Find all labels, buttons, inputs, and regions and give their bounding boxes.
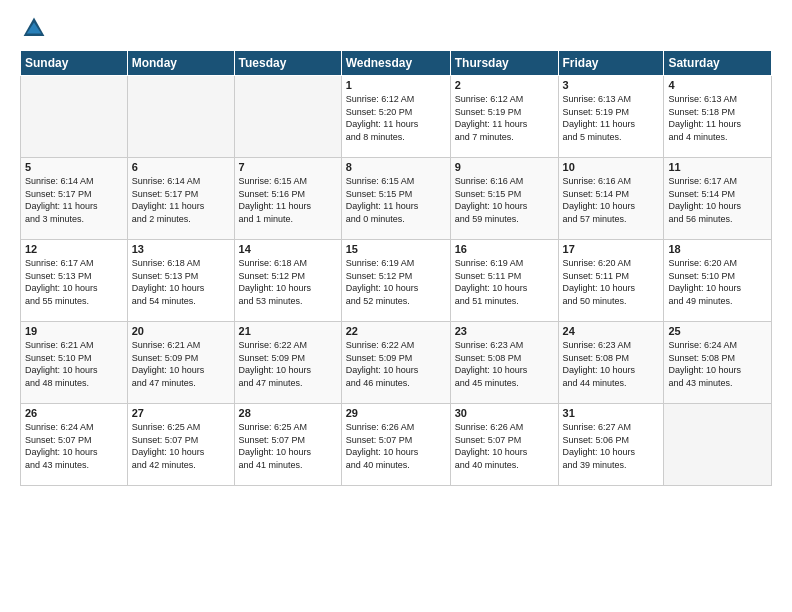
day-number: 2 — [455, 79, 554, 91]
day-number: 17 — [563, 243, 660, 255]
day-number: 1 — [346, 79, 446, 91]
day-info: Sunrise: 6:22 AM Sunset: 5:09 PM Dayligh… — [239, 339, 337, 389]
day-number: 26 — [25, 407, 123, 419]
calendar-cell: 17Sunrise: 6:20 AM Sunset: 5:11 PM Dayli… — [558, 240, 664, 322]
day-info: Sunrise: 6:27 AM Sunset: 5:06 PM Dayligh… — [563, 421, 660, 471]
day-info: Sunrise: 6:25 AM Sunset: 5:07 PM Dayligh… — [132, 421, 230, 471]
weekday-header-row: SundayMondayTuesdayWednesdayThursdayFrid… — [21, 51, 772, 76]
calendar-cell — [664, 404, 772, 486]
day-info: Sunrise: 6:13 AM Sunset: 5:18 PM Dayligh… — [668, 93, 767, 143]
week-row-2: 5Sunrise: 6:14 AM Sunset: 5:17 PM Daylig… — [21, 158, 772, 240]
calendar-cell: 14Sunrise: 6:18 AM Sunset: 5:12 PM Dayli… — [234, 240, 341, 322]
calendar-cell: 6Sunrise: 6:14 AM Sunset: 5:17 PM Daylig… — [127, 158, 234, 240]
day-info: Sunrise: 6:26 AM Sunset: 5:07 PM Dayligh… — [455, 421, 554, 471]
day-info: Sunrise: 6:12 AM Sunset: 5:19 PM Dayligh… — [455, 93, 554, 143]
day-info: Sunrise: 6:12 AM Sunset: 5:20 PM Dayligh… — [346, 93, 446, 143]
day-info: Sunrise: 6:16 AM Sunset: 5:14 PM Dayligh… — [563, 175, 660, 225]
day-number: 21 — [239, 325, 337, 337]
day-number: 31 — [563, 407, 660, 419]
day-number: 30 — [455, 407, 554, 419]
day-number: 15 — [346, 243, 446, 255]
day-number: 14 — [239, 243, 337, 255]
calendar-cell: 20Sunrise: 6:21 AM Sunset: 5:09 PM Dayli… — [127, 322, 234, 404]
weekday-header-wednesday: Wednesday — [341, 51, 450, 76]
calendar-cell: 25Sunrise: 6:24 AM Sunset: 5:08 PM Dayli… — [664, 322, 772, 404]
day-number: 28 — [239, 407, 337, 419]
calendar-cell: 16Sunrise: 6:19 AM Sunset: 5:11 PM Dayli… — [450, 240, 558, 322]
calendar-cell: 2Sunrise: 6:12 AM Sunset: 5:19 PM Daylig… — [450, 76, 558, 158]
calendar-cell: 23Sunrise: 6:23 AM Sunset: 5:08 PM Dayli… — [450, 322, 558, 404]
day-info: Sunrise: 6:15 AM Sunset: 5:16 PM Dayligh… — [239, 175, 337, 225]
day-info: Sunrise: 6:21 AM Sunset: 5:09 PM Dayligh… — [132, 339, 230, 389]
day-number: 7 — [239, 161, 337, 173]
day-info: Sunrise: 6:24 AM Sunset: 5:08 PM Dayligh… — [668, 339, 767, 389]
day-info: Sunrise: 6:15 AM Sunset: 5:15 PM Dayligh… — [346, 175, 446, 225]
day-number: 27 — [132, 407, 230, 419]
calendar-cell: 9Sunrise: 6:16 AM Sunset: 5:15 PM Daylig… — [450, 158, 558, 240]
day-info: Sunrise: 6:17 AM Sunset: 5:13 PM Dayligh… — [25, 257, 123, 307]
calendar-cell: 3Sunrise: 6:13 AM Sunset: 5:19 PM Daylig… — [558, 76, 664, 158]
day-info: Sunrise: 6:18 AM Sunset: 5:13 PM Dayligh… — [132, 257, 230, 307]
calendar-cell: 7Sunrise: 6:15 AM Sunset: 5:16 PM Daylig… — [234, 158, 341, 240]
calendar-cell: 19Sunrise: 6:21 AM Sunset: 5:10 PM Dayli… — [21, 322, 128, 404]
calendar-cell: 22Sunrise: 6:22 AM Sunset: 5:09 PM Dayli… — [341, 322, 450, 404]
day-info: Sunrise: 6:20 AM Sunset: 5:10 PM Dayligh… — [668, 257, 767, 307]
day-info: Sunrise: 6:21 AM Sunset: 5:10 PM Dayligh… — [25, 339, 123, 389]
day-info: Sunrise: 6:19 AM Sunset: 5:11 PM Dayligh… — [455, 257, 554, 307]
calendar-cell: 15Sunrise: 6:19 AM Sunset: 5:12 PM Dayli… — [341, 240, 450, 322]
day-number: 4 — [668, 79, 767, 91]
day-number: 29 — [346, 407, 446, 419]
week-row-1: 1Sunrise: 6:12 AM Sunset: 5:20 PM Daylig… — [21, 76, 772, 158]
day-info: Sunrise: 6:13 AM Sunset: 5:19 PM Dayligh… — [563, 93, 660, 143]
day-info: Sunrise: 6:23 AM Sunset: 5:08 PM Dayligh… — [455, 339, 554, 389]
calendar: SundayMondayTuesdayWednesdayThursdayFrid… — [20, 50, 772, 486]
calendar-cell: 29Sunrise: 6:26 AM Sunset: 5:07 PM Dayli… — [341, 404, 450, 486]
day-info: Sunrise: 6:25 AM Sunset: 5:07 PM Dayligh… — [239, 421, 337, 471]
day-number: 24 — [563, 325, 660, 337]
week-row-3: 12Sunrise: 6:17 AM Sunset: 5:13 PM Dayli… — [21, 240, 772, 322]
day-number: 25 — [668, 325, 767, 337]
calendar-cell: 30Sunrise: 6:26 AM Sunset: 5:07 PM Dayli… — [450, 404, 558, 486]
day-info: Sunrise: 6:20 AM Sunset: 5:11 PM Dayligh… — [563, 257, 660, 307]
day-number: 3 — [563, 79, 660, 91]
day-info: Sunrise: 6:19 AM Sunset: 5:12 PM Dayligh… — [346, 257, 446, 307]
calendar-cell — [21, 76, 128, 158]
calendar-cell: 31Sunrise: 6:27 AM Sunset: 5:06 PM Dayli… — [558, 404, 664, 486]
weekday-header-saturday: Saturday — [664, 51, 772, 76]
calendar-cell: 24Sunrise: 6:23 AM Sunset: 5:08 PM Dayli… — [558, 322, 664, 404]
calendar-cell: 21Sunrise: 6:22 AM Sunset: 5:09 PM Dayli… — [234, 322, 341, 404]
day-number: 19 — [25, 325, 123, 337]
day-info: Sunrise: 6:26 AM Sunset: 5:07 PM Dayligh… — [346, 421, 446, 471]
calendar-cell: 27Sunrise: 6:25 AM Sunset: 5:07 PM Dayli… — [127, 404, 234, 486]
calendar-cell: 11Sunrise: 6:17 AM Sunset: 5:14 PM Dayli… — [664, 158, 772, 240]
calendar-cell: 13Sunrise: 6:18 AM Sunset: 5:13 PM Dayli… — [127, 240, 234, 322]
calendar-cell: 8Sunrise: 6:15 AM Sunset: 5:15 PM Daylig… — [341, 158, 450, 240]
day-info: Sunrise: 6:24 AM Sunset: 5:07 PM Dayligh… — [25, 421, 123, 471]
day-info: Sunrise: 6:14 AM Sunset: 5:17 PM Dayligh… — [25, 175, 123, 225]
week-row-4: 19Sunrise: 6:21 AM Sunset: 5:10 PM Dayli… — [21, 322, 772, 404]
weekday-header-sunday: Sunday — [21, 51, 128, 76]
calendar-cell: 4Sunrise: 6:13 AM Sunset: 5:18 PM Daylig… — [664, 76, 772, 158]
day-info: Sunrise: 6:23 AM Sunset: 5:08 PM Dayligh… — [563, 339, 660, 389]
day-number: 13 — [132, 243, 230, 255]
day-number: 11 — [668, 161, 767, 173]
calendar-cell: 28Sunrise: 6:25 AM Sunset: 5:07 PM Dayli… — [234, 404, 341, 486]
logo — [20, 16, 50, 40]
weekday-header-monday: Monday — [127, 51, 234, 76]
day-number: 23 — [455, 325, 554, 337]
day-number: 12 — [25, 243, 123, 255]
day-info: Sunrise: 6:22 AM Sunset: 5:09 PM Dayligh… — [346, 339, 446, 389]
day-number: 8 — [346, 161, 446, 173]
calendar-cell — [127, 76, 234, 158]
calendar-cell — [234, 76, 341, 158]
day-info: Sunrise: 6:16 AM Sunset: 5:15 PM Dayligh… — [455, 175, 554, 225]
weekday-header-tuesday: Tuesday — [234, 51, 341, 76]
calendar-cell: 12Sunrise: 6:17 AM Sunset: 5:13 PM Dayli… — [21, 240, 128, 322]
weekday-header-friday: Friday — [558, 51, 664, 76]
day-number: 18 — [668, 243, 767, 255]
day-number: 22 — [346, 325, 446, 337]
logo-icon — [22, 16, 46, 40]
week-row-5: 26Sunrise: 6:24 AM Sunset: 5:07 PM Dayli… — [21, 404, 772, 486]
calendar-cell: 5Sunrise: 6:14 AM Sunset: 5:17 PM Daylig… — [21, 158, 128, 240]
day-info: Sunrise: 6:17 AM Sunset: 5:14 PM Dayligh… — [668, 175, 767, 225]
